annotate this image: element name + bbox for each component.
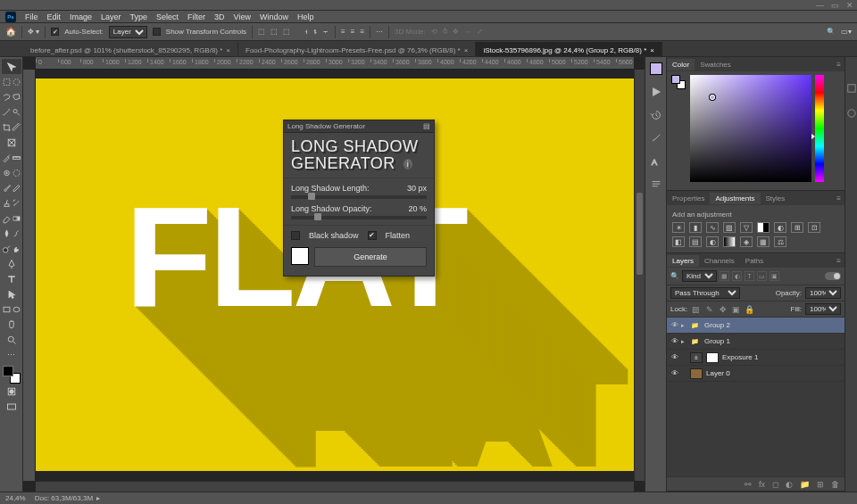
- quick-mask-toggle[interactable]: [2, 384, 21, 399]
- slide-3d-icon[interactable]: ↔: [464, 28, 471, 36]
- channel-mixer-icon[interactable]: ⊞: [791, 222, 803, 233]
- filter-adjust-icon[interactable]: ◐: [732, 271, 742, 281]
- swatches-tab[interactable]: Swatches: [695, 59, 736, 70]
- blend-mode-select[interactable]: Pass Through: [670, 287, 740, 299]
- auto-select-checkbox[interactable]: ✔: [51, 28, 59, 36]
- ruler-tool[interactable]: [12, 153, 21, 163]
- visibility-toggle[interactable]: 👁: [669, 337, 681, 345]
- color-lookup-icon[interactable]: ⊡: [808, 222, 820, 233]
- distribute-icon-2[interactable]: ≡: [351, 28, 355, 36]
- fg-bg-swatch[interactable]: [671, 75, 686, 89]
- new-layer-icon[interactable]: ⊞: [817, 480, 824, 489]
- filter-pixel-icon[interactable]: ▦: [720, 271, 729, 281]
- opacity-value[interactable]: 20 %: [408, 204, 427, 213]
- zoom-value[interactable]: 24,4%: [5, 494, 26, 502]
- levels-adjustment-icon[interactable]: ▮: [689, 222, 702, 233]
- visibility-toggle[interactable]: 👁: [669, 353, 681, 361]
- hue-sat-icon[interactable]: ▦: [757, 236, 770, 247]
- lock-transparency-icon[interactable]: ▨: [691, 304, 701, 314]
- length-value[interactable]: 30 px: [407, 184, 427, 193]
- visibility-toggle[interactable]: 👁: [669, 369, 681, 377]
- invert-adjustment-icon[interactable]: ◧: [672, 236, 685, 247]
- menu-file[interactable]: File: [25, 12, 38, 21]
- menu-layer[interactable]: Layer: [101, 12, 121, 21]
- align-left-icon[interactable]: ⫞: [304, 28, 308, 36]
- gradient-map-icon[interactable]: [723, 236, 736, 247]
- blur-tool[interactable]: [2, 228, 12, 239]
- dodge-tool[interactable]: [2, 244, 12, 254]
- filter-toggle[interactable]: [825, 272, 841, 280]
- align-bottom-icon[interactable]: ⬚: [283, 28, 290, 36]
- long-shadow-generator-panel[interactable]: Long Shadow Generator ▤ LONG SHADOWGENER…: [283, 120, 435, 277]
- distribute-icon-3[interactable]: ≡: [360, 28, 364, 36]
- menu-type[interactable]: Type: [130, 12, 148, 21]
- menu-select[interactable]: Select: [156, 12, 179, 21]
- lock-all-icon[interactable]: 🔒: [745, 304, 754, 314]
- history-brush-tool[interactable]: [12, 198, 21, 209]
- menu-image[interactable]: Image: [70, 12, 92, 21]
- play-action-icon[interactable]: [650, 86, 662, 98]
- zoom-tool[interactable]: [2, 332, 21, 347]
- panel-menu-icon[interactable]: ≡: [833, 257, 845, 265]
- opacity-slider[interactable]: [291, 216, 427, 219]
- layer-name[interactable]: Layer 0: [706, 369, 730, 377]
- posterize-adjustment-icon[interactable]: ▤: [689, 236, 702, 247]
- plugin-title-bar[interactable]: Long Shadow Generator ▤: [284, 120, 434, 133]
- menu-edit[interactable]: Edit: [47, 12, 62, 21]
- link-layers-icon[interactable]: ⚯: [745, 480, 752, 489]
- close-tab-icon[interactable]: ×: [650, 46, 654, 54]
- win-maximize[interactable]: ▭: [831, 1, 839, 10]
- color-swatch-icon[interactable]: [650, 62, 662, 75]
- roll-3d-icon[interactable]: ⥁: [443, 28, 447, 36]
- hue-slider[interactable]: [815, 75, 824, 182]
- layers-tab[interactable]: Layers: [667, 255, 699, 267]
- quick-select-tool[interactable]: [12, 107, 21, 118]
- spot-heal-tool[interactable]: [2, 168, 12, 178]
- curves-adjustment-icon[interactable]: ∿: [706, 222, 719, 233]
- menu-3d[interactable]: 3D: [214, 12, 225, 21]
- eyedropper-tool[interactable]: [2, 153, 12, 163]
- hand-tool[interactable]: [2, 317, 21, 332]
- orbit-3d-icon[interactable]: ⟲: [431, 28, 437, 36]
- layer-filter-kind[interactable]: Kind: [682, 270, 717, 282]
- smudge-tool[interactable]: [12, 228, 21, 239]
- pencil-tool[interactable]: [12, 183, 21, 194]
- clone-stamp-tool[interactable]: [2, 198, 12, 209]
- foreground-background-colors[interactable]: [3, 366, 21, 384]
- win-minimize[interactable]: —: [816, 1, 824, 10]
- crop-tool[interactable]: [2, 122, 12, 133]
- bw-adjustment-icon[interactable]: [757, 222, 770, 233]
- new-fill-layer-icon[interactable]: ◐: [786, 480, 793, 489]
- frame-tool[interactable]: [2, 135, 21, 150]
- adjustment-thumb[interactable]: ±: [690, 352, 703, 363]
- paragraph-icon[interactable]: [650, 178, 662, 191]
- menu-help[interactable]: Help: [297, 12, 314, 21]
- show-transform-checkbox[interactable]: [153, 28, 161, 36]
- group-twisty[interactable]: ▸: [681, 338, 688, 345]
- home-icon[interactable]: 🏠: [5, 27, 16, 37]
- lock-artboard-icon[interactable]: ▣: [731, 304, 741, 314]
- filter-type-icon[interactable]: T: [745, 271, 754, 281]
- close-tab-icon[interactable]: ×: [226, 46, 230, 54]
- win-close[interactable]: ✕: [846, 1, 853, 10]
- horizontal-ruler[interactable]: 0600800100012001400160018002000220024002…: [36, 57, 634, 70]
- align-middle-icon[interactable]: ⬚: [270, 28, 278, 36]
- gradient-tool[interactable]: [12, 213, 21, 224]
- magic-wand-tool[interactable]: [2, 107, 12, 118]
- screen-mode-toggle[interactable]: [2, 399, 21, 414]
- pen-tool[interactable]: [2, 256, 21, 271]
- slice-tool[interactable]: [12, 122, 21, 133]
- brush-panel-icon[interactable]: [650, 132, 662, 145]
- align-hcenter-icon[interactable]: ⫮: [313, 28, 317, 36]
- rail-icon[interactable]: [847, 84, 856, 93]
- threshold-adjustment-icon[interactable]: ◐: [706, 236, 719, 247]
- brush-tool[interactable]: [2, 183, 12, 194]
- lock-pixels-icon[interactable]: ✎: [704, 304, 714, 314]
- menu-window[interactable]: Window: [260, 12, 288, 21]
- layer-row[interactable]: 👁 ± Exposure 1: [667, 350, 845, 366]
- shadow-color-swatch[interactable]: [291, 247, 309, 265]
- character-icon[interactable]: A: [650, 155, 662, 168]
- photo-filter-icon[interactable]: ◐: [774, 222, 786, 233]
- move-tool[interactable]: [2, 59, 21, 74]
- vibrance-adjustment-icon[interactable]: ▽: [740, 222, 753, 233]
